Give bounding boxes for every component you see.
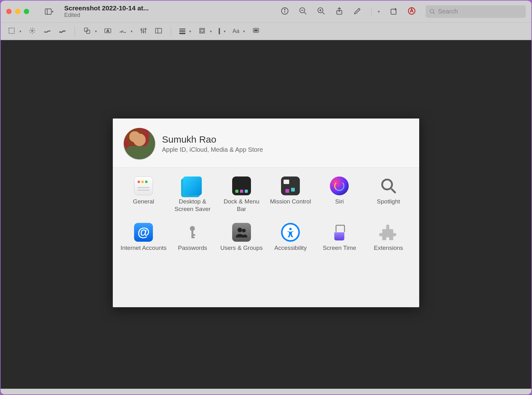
draw-tool[interactable] [58, 27, 66, 36]
chevron-down-icon[interactable]: ▾ [19, 29, 21, 34]
svg-point-42 [242, 229, 246, 232]
text-style-tool[interactable]: Aa [232, 28, 239, 34]
pref-screen-time[interactable]: Screen Time [315, 221, 364, 254]
stroke-color-tool[interactable] [198, 27, 206, 36]
fill-color-tool[interactable] [219, 29, 220, 34]
sketch-tool[interactable] [43, 27, 51, 36]
pref-general[interactable]: General [119, 175, 168, 215]
svg-point-4 [284, 9, 285, 9]
pref-users-groups[interactable]: Users & Groups [217, 221, 266, 254]
dock-icon [232, 176, 251, 195]
svg-rect-19 [84, 28, 88, 31]
svg-point-26 [141, 29, 142, 30]
svg-point-27 [143, 31, 144, 32]
extensions-icon [379, 223, 398, 242]
chevron-down-icon[interactable]: ▾ [224, 29, 226, 34]
titlebar: ▾ Screenshot 2022-10-14 at... Edited ▾ S… [1, 1, 531, 23]
general-icon [134, 176, 153, 195]
zoom-in-button[interactable] [317, 7, 326, 17]
svg-point-18 [32, 30, 33, 31]
line-weight-tool[interactable] [179, 29, 185, 34]
minimize-window-button[interactable] [15, 9, 20, 14]
close-window-button[interactable] [6, 9, 12, 14]
adjust-color-tool[interactable] [139, 27, 148, 36]
users-icon [232, 223, 251, 242]
svg-point-28 [145, 28, 146, 29]
fullscreen-window-button[interactable] [24, 9, 29, 14]
description-tool[interactable]: 99 [252, 27, 260, 36]
svg-rect-32 [201, 29, 204, 32]
svg-rect-20 [86, 30, 90, 33]
siri-icon [330, 176, 349, 195]
traffic-lights [6, 9, 29, 14]
screen-time-icon [330, 223, 349, 242]
pref-passwords[interactable]: Passwords [168, 221, 217, 254]
selection-tool[interactable] [8, 27, 16, 36]
desktop-icon [183, 176, 202, 195]
share-button[interactable] [335, 7, 344, 17]
horizontal-scrollbar[interactable] [1, 389, 531, 394]
spotlight-icon [379, 176, 398, 195]
search-icon [429, 8, 436, 15]
document-filename: Screenshot 2022-10-14 at... [64, 4, 149, 12]
chevron-down-icon[interactable]: ▾ [210, 29, 212, 34]
svg-text:A: A [107, 29, 109, 33]
pref-mission-control[interactable]: Mission Control [266, 175, 315, 215]
svg-point-41 [237, 228, 242, 232]
search-field[interactable]: Search [425, 5, 526, 18]
shapes-tool[interactable] [83, 27, 91, 36]
pref-spotlight[interactable]: Spotlight [364, 175, 413, 215]
accessibility-icon [281, 223, 300, 242]
system-preferences-panel: Sumukh Rao Apple ID, iCloud, Media & App… [113, 118, 419, 307]
info-button[interactable] [280, 7, 289, 17]
instant-alpha-tool[interactable] [28, 27, 36, 36]
svg-rect-0 [45, 9, 51, 14]
sign-tool[interactable] [119, 27, 127, 36]
preferences-grid: General Desktop & Screen Saver Dock & Me… [113, 168, 419, 260]
svg-rect-38 [191, 230, 193, 237]
adjust-size-tool[interactable] [154, 27, 163, 36]
svg-rect-39 [191, 234, 195, 236]
pref-internet-accounts[interactable]: @Internet Accounts [119, 221, 168, 254]
divider [75, 26, 75, 37]
svg-point-15 [430, 9, 434, 13]
preview-window: ▾ Screenshot 2022-10-14 at... Edited ▾ S… [1, 1, 531, 394]
svg-point-35 [382, 180, 392, 190]
svg-line-16 [433, 13, 435, 14]
zoom-out-button[interactable] [299, 7, 307, 17]
divider [171, 26, 171, 37]
svg-line-6 [305, 12, 306, 14]
pref-dock[interactable]: Dock & Menu Bar [217, 175, 266, 215]
passwords-icon [183, 223, 202, 242]
chevron-down-icon[interactable]: ▾ [95, 29, 97, 34]
chevron-down-icon[interactable]: ▾ [189, 29, 191, 34]
pref-extensions[interactable]: Extensions [364, 221, 413, 254]
document-status: Edited [64, 12, 149, 18]
svg-rect-29 [155, 28, 162, 33]
text-box-tool[interactable]: A [104, 27, 112, 36]
pref-desktop[interactable]: Desktop & Screen Saver [168, 175, 217, 215]
svg-line-9 [323, 12, 325, 14]
avatar [124, 128, 155, 159]
chevron-down-icon[interactable]: ▾ [243, 29, 245, 34]
chevron-down-icon[interactable]: ▾ [131, 29, 133, 34]
search-placeholder: Search [438, 8, 458, 15]
mission-control-icon [281, 176, 300, 195]
markup-pencil-button[interactable] [353, 7, 362, 17]
apple-id-profile[interactable]: Sumukh Rao Apple ID, iCloud, Media & App… [113, 118, 419, 168]
svg-point-43 [289, 228, 292, 230]
profile-name: Sumukh Rao [162, 134, 263, 145]
internet-accounts-icon: @ [134, 223, 153, 242]
document-title-block[interactable]: Screenshot 2022-10-14 at... Edited [64, 4, 149, 18]
image-canvas[interactable]: Sumukh Rao Apple ID, iCloud, Media & App… [1, 40, 531, 394]
chevron-down-icon[interactable]: ▾ [378, 9, 380, 14]
pref-accessibility[interactable]: Accessibility [266, 221, 315, 254]
chevron-down-icon[interactable]: ▾ [52, 9, 54, 14]
svg-rect-40 [191, 237, 195, 238]
divider [371, 7, 372, 16]
rotate-button[interactable] [389, 7, 398, 17]
profile-subtitle: Apple ID, iCloud, Media & App Store [162, 146, 263, 153]
annotate-button[interactable] [407, 7, 416, 17]
pref-siri[interactable]: Siri [315, 175, 364, 215]
svg-line-36 [391, 189, 396, 193]
